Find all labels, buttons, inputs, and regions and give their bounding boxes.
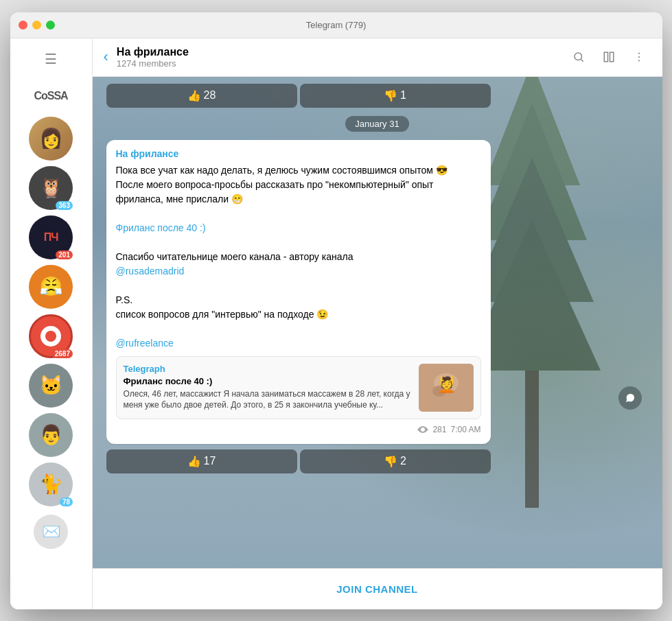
message-sender: На фрилансе — [116, 148, 481, 159]
like-icon: 👍 — [187, 455, 201, 468]
prev-dislike-icon: 👎 — [384, 89, 397, 102]
dislike-icon: 👎 — [384, 455, 397, 468]
like-button[interactable]: 👍 17 — [106, 449, 297, 473]
prev-reactions-row: 👍 28 👎 1 — [106, 84, 491, 108]
sidebar-item-red-logo[interactable]: ПЧ 201 — [29, 215, 73, 259]
rufreelance-link[interactable]: @rufreelance — [116, 338, 174, 349]
titlebar: Telegram (779) — [10, 12, 662, 38]
views-icon — [417, 423, 428, 436]
link-preview-desc: Олеся, 46 лет, массажист Я начала занима… — [124, 388, 412, 412]
prev-dislike-count: 1 — [400, 89, 406, 102]
link-preview-source: Telegraph — [124, 364, 412, 374]
close-button[interactable] — [19, 21, 27, 30]
sidebar-item-cat[interactable]: 🐱 — [29, 364, 73, 408]
badge-circle-red: 2687 — [52, 349, 73, 358]
columns-button[interactable] — [596, 45, 621, 69]
link-preview-text: Telegraph Фриланс после 40 :) Олеся, 46 … — [124, 364, 412, 412]
header-actions — [566, 45, 651, 69]
back-button[interactable]: ‹ — [104, 48, 108, 66]
prev-like-button[interactable]: 👍 28 — [106, 84, 297, 108]
join-bar: JOIN CHANNEL — [93, 568, 662, 609]
prev-dislike-button[interactable]: 👎 1 — [300, 84, 491, 108]
badge-red-logo: 201 — [56, 250, 73, 259]
window-title: Telegram (779) — [306, 20, 366, 30]
sidebar-item-monster[interactable]: 😤 — [29, 265, 73, 309]
sidebar: ☰ CoSSA 👩 🦉 363 ПЧ 201 — [10, 38, 93, 609]
window-controls — [19, 21, 55, 30]
prev-like-icon: 👍 — [187, 89, 201, 102]
menu-icon[interactable]: ☰ — [37, 45, 65, 73]
svg-point-0 — [575, 53, 582, 60]
svg-line-1 — [581, 59, 583, 61]
badge-cat2: 78 — [60, 497, 73, 506]
link-preview[interactable]: Telegraph Фриланс после 40 :) Олеся, 46 … — [116, 356, 481, 419]
app-window: Telegram (779) ☰ CoSSA 👩 🦉 363 — [10, 12, 662, 609]
svg-rect-3 — [610, 52, 613, 62]
badge-owl: 363 — [56, 201, 73, 210]
sidebar-item-girl[interactable]: 👩 — [29, 117, 73, 161]
svg-rect-2 — [604, 52, 607, 62]
chat-header: ‹ На фрилансе 1274 members — [93, 38, 662, 77]
svg-point-5 — [638, 56, 639, 58]
bottom-reactions-row: 👍 17 👎 2 — [106, 449, 491, 473]
sidebar-item-cat2[interactable]: 🐈 78 — [29, 462, 73, 506]
message-meta: 281 7:00 AM — [116, 423, 481, 436]
freelance-link[interactable]: Фриланс после 40 :) — [116, 222, 206, 233]
message-wrapper: На фрилансе Пока все учат как надо делат… — [106, 140, 649, 444]
message-time: 7:00 AM — [450, 425, 480, 434]
date-divider: January 31 — [106, 116, 649, 132]
rusademadrid-link[interactable]: @rusademadrid — [116, 266, 185, 277]
more-button[interactable] — [627, 45, 651, 69]
svg-point-6 — [638, 60, 639, 61]
message-text: Пока все учат как надо делать, я делюсь … — [116, 163, 481, 351]
dislike-button[interactable]: 👎 2 — [300, 449, 491, 473]
sidebar-item-cossa[interactable]: CoSSA — [29, 81, 73, 111]
like-count: 17 — [204, 455, 216, 467]
chat-members: 1274 members — [117, 58, 566, 69]
main-content: ‹ На фрилансе 1274 members — [93, 38, 662, 609]
sidebar-item-man[interactable]: 👨 — [29, 413, 73, 457]
svg-text:💆: 💆 — [437, 375, 456, 394]
dislike-count: 2 — [400, 455, 406, 467]
forward-button[interactable] — [618, 386, 642, 410]
envelope-icon: ✉️ — [34, 515, 68, 549]
chat-content: 👍 28 👎 1 January 31 — [93, 77, 662, 480]
link-preview-title: Фриланс после 40 :) — [124, 376, 412, 386]
join-channel-button[interactable]: JOIN CHANNEL — [336, 583, 418, 595]
minimize-button[interactable] — [32, 21, 41, 30]
message-views: 281 — [432, 425, 446, 434]
chat-name: На фрилансе — [117, 46, 566, 58]
sidebar-item-circle-red[interactable]: 2687 — [29, 314, 73, 358]
sidebar-item-owl[interactable]: 🦉 363 — [29, 166, 73, 210]
chat-info: На фрилансе 1274 members — [117, 46, 566, 69]
message-bubble: На фрилансе Пока все учат как надо делат… — [106, 140, 491, 444]
maximize-button[interactable] — [46, 21, 55, 30]
app-body: ☰ CoSSA 👩 🦉 363 ПЧ 201 — [10, 38, 662, 609]
search-button[interactable] — [566, 45, 591, 69]
svg-point-4 — [638, 53, 639, 54]
cossa-logo: CoSSA — [29, 84, 73, 108]
prev-like-count: 28 — [204, 89, 216, 102]
chat-area[interactable]: 👍 28 👎 1 January 31 — [93, 77, 662, 568]
link-preview-image: 💆 — [419, 364, 474, 412]
sidebar-item-envelope[interactable]: ✉️ — [34, 512, 68, 552]
date-badge: January 31 — [345, 116, 408, 132]
